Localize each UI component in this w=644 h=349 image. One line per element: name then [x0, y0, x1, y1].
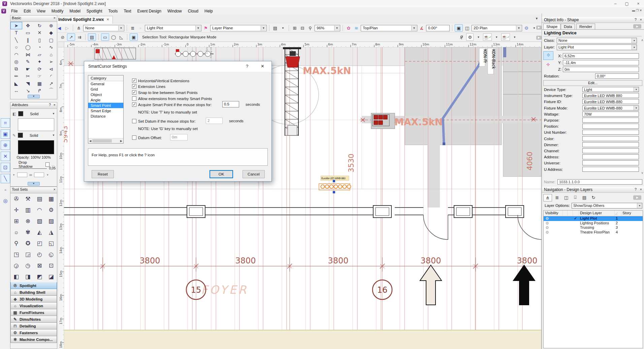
oip-field-value[interactable] — [582, 160, 639, 165]
toolset-tool-icon[interactable]: ⚒ — [22, 193, 34, 204]
basic-tool-icon[interactable]: ⧉ — [10, 65, 22, 73]
menu-cloud[interactable]: Cloud — [185, 7, 201, 15]
oip-field-value[interactable] — [582, 136, 639, 141]
lasso-marquee-icon[interactable]: ◯ — [110, 34, 117, 40]
scroll-down-icon[interactable]: ∨ — [641, 171, 643, 174]
design-layer-row[interactable]: ⊙ ✓ Light Plot 1 — [544, 216, 643, 221]
oip-field-value[interactable]: Light▼ — [582, 87, 639, 92]
objectinfo-help-icon[interactable]: ? — [635, 18, 637, 22]
fit-objects-icon[interactable]: ⊞ — [291, 25, 298, 31]
dialog-title-bar[interactable]: SmartCursor Settings ? ✕ — [84, 61, 271, 72]
reset-button[interactable]: Reset — [92, 170, 114, 178]
oip-field-value[interactable] — [582, 148, 639, 153]
col-visibility[interactable]: Visibility — [545, 211, 558, 216]
category-item[interactable]: Distance — [88, 114, 123, 119]
basic-tool-icon[interactable]: ╲ — [10, 36, 22, 44]
active-plane-select[interactable]: Layer Plane▼ — [210, 25, 267, 31]
basic-tool-icon[interactable]: ➤ — [10, 22, 22, 29]
render-style-icon[interactable]: ❂ — [523, 25, 530, 31]
basic-tool-icon[interactable]: ➢ — [45, 58, 57, 66]
class-nav-icon[interactable]: ⋔ — [75, 25, 82, 31]
basic-tool-icon[interactable]: ◯ — [22, 44, 34, 51]
attributes-palette-header[interactable]: Attributes ? × — [10, 102, 57, 109]
checkbox-row[interactable]: ✓Acquire Smart Point if the mouse stops … — [132, 102, 212, 107]
nav-viewports-icon[interactable]: ⌺ — [571, 194, 579, 201]
page-icon[interactable]: ▤ — [272, 25, 279, 31]
rect-marquee-icon[interactable]: ▭ — [101, 33, 109, 41]
working-plane-axes-icon[interactable]: ✣ — [545, 61, 551, 68]
snap-mode-icon[interactable]: ⊡ — [1, 163, 10, 172]
oip-field-value[interactable] — [582, 124, 639, 129]
snap-mode-icon[interactable]: ⌗ — [1, 118, 10, 128]
toolset-category-furn-fixtures[interactable]: ▦Furn/Fixtures — [10, 309, 57, 316]
basic-close-icon[interactable]: × — [54, 16, 56, 20]
toolset-tool-icon[interactable]: ◪ — [45, 271, 57, 282]
handle-mode-icon[interactable]: ▣ — [130, 33, 138, 41]
basic-tool-icon[interactable]: ◣ — [10, 80, 22, 87]
menu-text[interactable]: Text — [121, 7, 134, 15]
checkbox-row[interactable]: ✓Horizontal/Vertical Extensions — [132, 78, 189, 83]
toolset-tool-icon[interactable]: ✛ — [10, 204, 22, 216]
toolset-category-detailing[interactable]: ⊓Detailing — [10, 323, 57, 329]
forward-icon[interactable]: ▷ — [64, 25, 70, 31]
drag-mode-icon[interactable]: ▤ — [88, 33, 96, 41]
pen-color-swatch[interactable] — [18, 133, 23, 138]
no-snap-icon[interactable]: ⚲̸ — [458, 34, 465, 40]
design-layer-row[interactable]: ⊙ Lighting Positions 2 — [544, 221, 643, 226]
category-item[interactable]: Object — [88, 92, 123, 97]
category-scrollbar[interactable]: ◀▶ — [88, 138, 123, 143]
objectinfo-header[interactable]: Object Info - Shape ? × — [542, 17, 644, 23]
acquire-seconds-field[interactable]: 0.5 — [222, 101, 239, 107]
toolset-tool-icon[interactable]: ⊠ — [34, 260, 45, 271]
close-button[interactable]: × — [633, 0, 644, 7]
toolsets-close-icon[interactable]: × — [54, 187, 56, 191]
basic-tool-icon[interactable]: ☛ — [22, 65, 34, 73]
oip-field-value[interactable] — [582, 154, 639, 159]
single-select-icon[interactable]: ↗ — [67, 33, 75, 41]
minimize-button[interactable]: – — [610, 0, 621, 7]
layer-options-select[interactable]: Show/Snap Others▼ — [572, 203, 642, 209]
snap-mode-icon[interactable]: ⊕ — [1, 140, 10, 150]
basic-tool-icon[interactable]: ⋈ — [22, 51, 34, 58]
toolset-tool-icon[interactable]: ▤ — [34, 193, 45, 204]
render-style-check-icon[interactable]: ☕✓ — [501, 33, 510, 41]
drop-shadow-checkbox[interactable] — [45, 162, 50, 167]
basic-tool-icon[interactable]: ◠ — [10, 51, 22, 58]
marker-left-dropdown-icon[interactable]: ▼ — [12, 173, 15, 177]
basic-tool-icon[interactable]: ⊲ — [45, 65, 57, 73]
screen-plane-icon[interactable]: ⟐ — [543, 51, 553, 60]
toolsets-palette-header[interactable]: Tool Sets × — [10, 187, 57, 193]
basic-tool-icon[interactable]: ✏ — [10, 73, 22, 80]
basic-tool-icon[interactable]: ○ — [10, 44, 22, 51]
active-class-select[interactable]: None▼ — [83, 25, 124, 31]
dialog-help-icon[interactable]: ? — [246, 64, 248, 69]
category-item[interactable]: Smart Point — [88, 103, 123, 108]
toolset-tool-icon[interactable]: ✇ — [10, 193, 22, 204]
toolset-tool-icon[interactable]: ⊗ — [22, 216, 34, 227]
disable-interactive-icon[interactable]: ⊘ — [59, 34, 66, 40]
menu-event-design[interactable]: Event Design — [134, 7, 164, 15]
checkbox-row[interactable]: ✓Extension Lines — [132, 84, 165, 89]
toolset-tool-icon[interactable]: ✪ — [22, 238, 34, 249]
render-check-icon[interactable]: ☕✓ — [483, 33, 492, 41]
visibility-eye-icon[interactable]: ⊙ — [546, 221, 549, 226]
maximize-button[interactable]: ▢ — [621, 0, 633, 7]
marker-right-dropdown-icon[interactable]: ▼ — [46, 173, 49, 177]
settings-gear-icon[interactable]: ⚙ — [466, 33, 474, 41]
oip-field-value[interactable]: 70W — [582, 112, 639, 117]
toolset-category-spotlight[interactable]: ✇Spotlight — [10, 282, 57, 289]
drop-shadow-more[interactable]: ... — [52, 162, 55, 166]
toolset-category-visualization[interactable]: ☼Visualization — [10, 303, 57, 309]
oip-field-value[interactable]: Eurolite LED WMB-880▼ — [582, 105, 639, 110]
design-layer-row[interactable]: ⊙ Trussing 3 — [544, 225, 643, 230]
toolset-category-3d-modeling[interactable]: ◆3D Modeling — [10, 296, 57, 303]
toolbar-overflow-icon[interactable]: ▶ — [536, 26, 542, 30]
toolset-tool-icon[interactable]: ◰ — [34, 238, 45, 249]
basic-tool-icon[interactable]: ◎ — [10, 58, 22, 66]
visibility-eye-icon[interactable]: ⊙ — [546, 230, 549, 235]
basic-tool-icon[interactable]: ✂ — [22, 73, 34, 80]
oip-field-value[interactable]: Eurolite LED WMB 880 — [582, 93, 639, 98]
basic-tool-icon[interactable]: T — [10, 29, 22, 37]
toolset-category-fasteners[interactable]: ⚙Fasteners — [10, 329, 57, 336]
snap-mode-icon[interactable]: ▫ — [1, 185, 10, 194]
